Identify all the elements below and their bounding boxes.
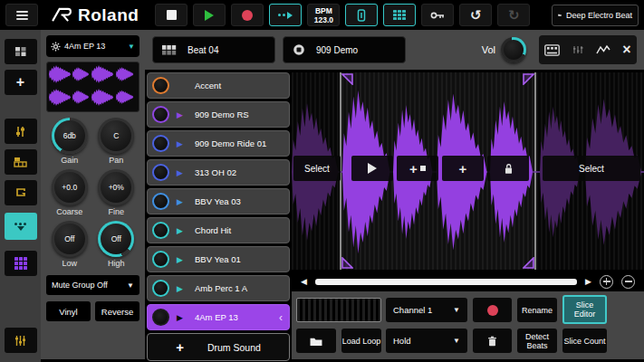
pad-play-icon[interactable]: ▶ [177,313,187,322]
sample-record-button[interactable] [473,298,512,322]
pad-volume-knob[interactable] [152,251,169,268]
envelope-icon[interactable] [596,44,610,55]
rename-button[interactable]: Rename [517,298,557,322]
undo-button[interactable]: ↺ [459,4,492,26]
menu-button[interactable] [5,4,38,26]
redo-button[interactable]: ↻ [497,4,530,26]
folder-icon [309,336,323,347]
load-loop-button[interactable]: Load Loop [341,329,381,353]
metronome-button[interactable] [345,4,378,26]
pad-play-icon[interactable]: ▶ [177,197,187,206]
pad-volume-knob[interactable] [152,309,169,326]
step-sequencer-button[interactable] [269,4,302,26]
song-grid-icon [14,46,27,57]
sidebar-sliders-button[interactable] [5,119,37,144]
loop-end-marker[interactable] [523,73,534,85]
pad-play-icon[interactable]: ▶ [177,226,187,235]
track-row[interactable]: ▶ Amb Perc 1 A [147,275,290,301]
gain-knob[interactable]: 6db [52,118,88,154]
pad-volume-knob[interactable] [152,164,169,181]
slice-count-button[interactable]: Slice Count [562,329,607,353]
bpm-display[interactable]: BPM 123.0 [307,4,340,26]
pad-play-icon[interactable]: ▶ [177,168,187,177]
select-left-button[interactable]: Select [293,156,341,181]
pad-volume-knob[interactable] [152,280,169,297]
loop-start-marker-bottom[interactable] [341,257,353,269]
pad-play-icon[interactable]: ▶ [177,139,187,148]
add-slice-marker-button[interactable]: + [397,156,438,181]
slice-editor-button[interactable]: Slice Editor [562,295,607,324]
vinyl-button[interactable]: Vinyl [46,301,91,321]
track-row[interactable]: ▶ Chord Hit [147,217,290,243]
pad-volume-knob[interactable] [152,106,169,123]
volume-knob[interactable] [501,37,526,62]
sample-selector[interactable]: 4Am EP 13 ▼ [46,35,139,57]
low-knob[interactable]: Off [52,221,88,257]
scroll-right-icon[interactable]: ▶ [585,277,591,286]
zoom-in-icon[interactable] [600,275,613,289]
track-row-accent[interactable]: Accent [147,72,290,99]
channel-dropdown[interactable]: Channel 1 ▼ [386,298,467,322]
pad-volume-knob[interactable] [152,135,169,152]
play-icon [368,163,377,174]
redo-icon: ↻ [508,7,520,24]
close-icon[interactable]: × [622,43,630,56]
tab-909-demo[interactable]: 909 Demo [283,36,406,63]
pad-play-icon[interactable]: ▶ [177,110,187,119]
pad-volume-knob[interactable] [152,222,169,239]
zoom-out-icon[interactable] [621,275,635,289]
sidebar-mixer-button[interactable] [5,328,37,353]
drum-machine-icon[interactable] [544,44,560,56]
mixer-view-icon[interactable] [572,44,584,55]
high-knob[interactable]: Off [98,221,134,257]
collapse-chevron-icon[interactable]: ‹ [279,311,284,324]
scrollbar-thumb[interactable] [315,279,577,285]
pad-volume-knob[interactable] [152,193,169,210]
hold-mode-dropdown[interactable]: Hold ▼ [386,329,467,353]
scroll-left-icon[interactable]: ◀ [301,277,307,286]
quantize-grid-button[interactable] [383,4,416,26]
detect-beats-button[interactable]: Detect Beats [517,329,557,353]
pad-play-icon[interactable]: ▶ [177,255,187,264]
slice-waveform-panel: Select + + Select ◀ [292,70,644,291]
loop-end-marker-bottom[interactable] [523,257,534,269]
pad-play-icon[interactable]: ▶ [177,284,187,293]
reverse-button[interactable]: Reverse [95,301,139,321]
key-lock-button[interactable] [421,4,454,26]
waveform-display[interactable]: Select + + Select [292,72,644,270]
track-row[interactable]: ▶ 313 OH 02 [147,159,290,186]
track-label: 909 Demo Ride 01 [195,138,266,148]
lock-button[interactable] [487,156,529,181]
sidebar-sampler-button[interactable] [5,213,37,240]
pad-volume-knob[interactable] [152,77,169,94]
coarse-knob[interactable]: +0.0 [52,169,88,205]
sidebar-songs-button[interactable] [5,39,37,64]
tab-beat-04[interactable]: Beat 04 [152,36,275,63]
loop-start-marker[interactable] [341,73,353,85]
add-drum-sound-button[interactable]: + Drum Sound [147,333,290,361]
preview-play-button[interactable] [351,156,393,181]
sidebar-keys-button[interactable] [5,149,37,175]
load-sample-button[interactable] [296,329,336,353]
mute-group-dropdown[interactable]: Mute Group Off ▼ [46,275,139,295]
delete-button[interactable] [473,329,512,353]
sidebar-loops-button[interactable] [5,180,37,205]
sidebar-pads-button[interactable] [5,251,37,276]
stop-button[interactable] [155,4,187,26]
project-browser-button[interactable]: Deep Electro Beat [552,5,639,26]
select-right-button[interactable]: Select [543,156,640,181]
bpm-label: BPM [315,6,332,15]
track-row[interactable]: ▶ BBV Yea 01 [147,246,290,272]
play-button[interactable] [193,4,226,26]
record-button[interactable] [231,4,264,26]
track-row[interactable]: ▶ 909 Demo RS [147,101,290,128]
brand-name: Roland [78,5,139,25]
track-label: 313 OH 02 [195,167,236,177]
track-row[interactable]: ▶ 909 Demo Ride 01 [147,130,290,157]
pan-knob[interactable]: C [98,118,134,154]
fine-knob[interactable]: +0% [98,169,134,205]
track-row[interactable]: ▶ BBV Yea 03 [147,188,290,214]
add-slice-button[interactable]: + [442,156,484,181]
track-row-selected[interactable]: ▶ 4Am EP 13 ‹ [147,304,290,330]
sidebar-add-button[interactable]: + [5,70,37,95]
